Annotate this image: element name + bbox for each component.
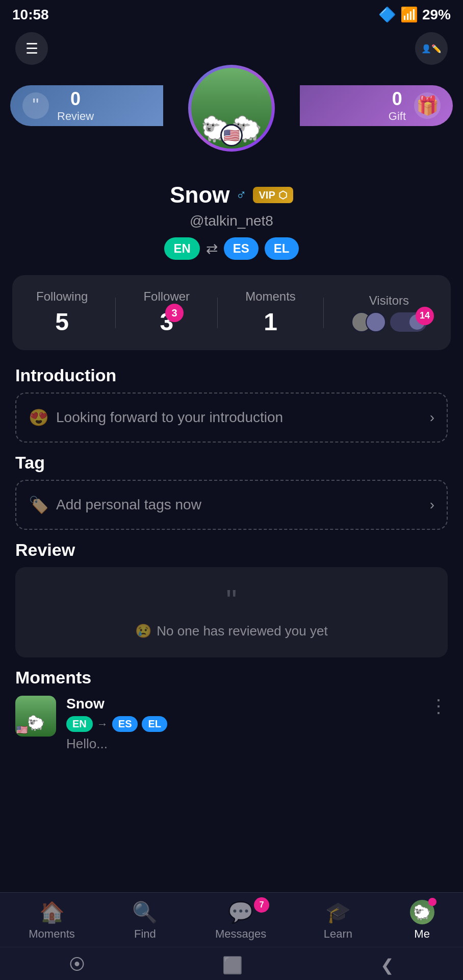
moment-badges: EN → ES EL [66, 716, 419, 732]
follower-badge: 3 [165, 304, 184, 322]
moment-lang-el: EL [142, 716, 167, 732]
hamburger-button[interactable]: ☰ [15, 32, 48, 65]
profile-edit-button[interactable]: 👤✏️ [415, 32, 448, 65]
battery-icon: 29% [422, 7, 451, 23]
tag-title: Tag [15, 453, 448, 473]
moments-nav-icon: 🏠 [39, 900, 65, 924]
avatar-flag: 🇺🇸 [220, 124, 243, 146]
introduction-section: Introduction 😍 Looking forward to your i… [0, 360, 463, 448]
messages-nav-icon: 💬 [228, 900, 253, 924]
me-nav-label: Me [414, 927, 430, 941]
gift-label: Gift [389, 110, 406, 123]
android-home-icon[interactable]: ⬜ [222, 955, 243, 975]
stats-row: Following 5 Follower 3 3 Moments 1 Visit… [12, 275, 451, 350]
nav-moments[interactable]: 🏠 Moments [29, 900, 74, 941]
following-stat[interactable]: Following 5 [36, 289, 88, 336]
tag-input[interactable]: 🏷️ Add personal tags now › [15, 480, 448, 530]
review-quote-icon: " [226, 585, 237, 616]
introduction-chevron: › [430, 409, 434, 426]
visitors-label: Visitors [369, 293, 409, 308]
moments-title: Moments [15, 668, 448, 688]
hamburger-icon: ☰ [25, 40, 38, 57]
vip-icon: ⬡ [278, 189, 287, 201]
moments-count: 1 [264, 308, 277, 336]
banner-right: 0 Gift 🎁 [300, 85, 453, 126]
lang-en-badge: EN [164, 237, 199, 260]
me-nav-avatar: 🐑 [410, 900, 434, 924]
moment-lang-en: EN [66, 716, 93, 732]
review-count: 0 [70, 88, 81, 110]
visitors-stat[interactable]: Visitors 14 [351, 293, 427, 332]
status-bar: 10:58 🔷 📶 29% [0, 0, 463, 27]
profile-name-row: Snow ♂ VIP ⬡ [10, 182, 453, 208]
tag-section: Tag 🏷️ Add personal tags now › [0, 448, 463, 535]
me-nav-avatar-image: 🐑 [413, 904, 431, 921]
moment-more-button[interactable]: ⋮ [429, 696, 448, 717]
learn-nav-icon: 🎓 [325, 900, 351, 924]
moment-info: Snow EN → ES EL Hello... [66, 696, 419, 752]
introduction-placeholder: Looking forward to your introduction [56, 409, 283, 426]
following-count: 5 [55, 308, 69, 336]
signal-icon: 📶 [400, 6, 418, 23]
moments-section: Moments 🐑 🇺🇸 Snow EN → ES EL Hello... ⋮ [0, 663, 463, 767]
quote-icon: " [22, 92, 49, 119]
vip-badge: VIP ⬡ [253, 187, 293, 203]
moments-stat[interactable]: Moments 1 [245, 289, 296, 336]
visitor-avatar-2 [366, 312, 386, 332]
username: @talkin_net8 [10, 213, 453, 229]
moment-avatar: 🐑 🇺🇸 [15, 696, 56, 737]
profile-edit-icon: 👤✏️ [421, 44, 442, 54]
gender-icon: ♂ [236, 187, 247, 203]
nav-me[interactable]: 🐑 Me [410, 900, 434, 941]
review-section: Review " 😢 No one has reviewed you yet [0, 535, 463, 663]
profile-header: " 0 Review 🐑🐑 🇺🇸 0 Gift 🎁 [0, 75, 463, 136]
introduction-input[interactable]: 😍 Looking forward to your introduction › [15, 393, 448, 443]
moment-lang-arrow: → [97, 718, 108, 731]
tag-chevron: › [430, 497, 434, 513]
review-empty-text: 😢 No one has reviewed you yet [135, 623, 327, 639]
stats-divider-1 [115, 298, 116, 328]
nav-messages[interactable]: 💬 7 Messages [215, 900, 266, 941]
profile-name: Snow [170, 182, 229, 208]
moment-flag: 🇺🇸 [16, 724, 28, 736]
bottom-nav: 🏠 Moments 🔍 Find 💬 7 Messages 🎓 Learn 🐑 … [0, 892, 463, 980]
gift-stat: 0 Gift [389, 88, 406, 123]
content-wrap: Introduction 😍 Looking forward to your i… [0, 360, 463, 869]
me-nav-badge [428, 898, 436, 906]
review-box: " 😢 No one has reviewed you yet [15, 567, 448, 657]
moment-name: Snow [66, 696, 105, 712]
toggle-avatars [351, 312, 386, 332]
moment-item: 🐑 🇺🇸 Snow EN → ES EL Hello... ⋮ [15, 696, 448, 752]
review-stat: 0 Review [57, 88, 94, 123]
tag-emoji: 🏷️ [29, 495, 49, 514]
gift-count: 0 [392, 88, 402, 110]
status-time: 10:58 [12, 7, 49, 23]
tag-placeholder: Add personal tags now [56, 497, 201, 513]
android-back-icon[interactable]: ❮ [380, 955, 394, 975]
nav-items: 🏠 Moments 🔍 Find 💬 7 Messages 🎓 Learn 🐑 … [0, 900, 463, 941]
bluetooth-icon: 🔷 [378, 6, 396, 23]
nav-learn[interactable]: 🎓 Learn [324, 900, 352, 941]
follower-stat[interactable]: Follower 3 3 [143, 289, 190, 336]
nav-find[interactable]: 🔍 Find [132, 900, 158, 941]
banner-left: " 0 Review [10, 85, 163, 126]
review-emoji: 😢 [135, 623, 151, 639]
stats-divider-3 [323, 298, 324, 328]
android-recent-icon[interactable]: ⦿ [69, 955, 85, 975]
review-label: Review [57, 110, 94, 123]
introduction-title: Introduction [15, 365, 448, 385]
top-nav: ☰ 👤✏️ [0, 27, 463, 70]
follower-label: Follower [143, 289, 190, 304]
follower-value-wrapper: 3 3 [160, 308, 173, 336]
review-title: Review [15, 540, 448, 560]
find-nav-icon: 🔍 [132, 900, 158, 924]
android-nav: ⦿ ⬜ ❮ [0, 947, 463, 975]
gift-icon: 🎁 [414, 92, 441, 119]
moment-lang-es: ES [112, 716, 138, 732]
vip-text: VIP [259, 189, 275, 201]
profile-info: Snow ♂ VIP ⬡ @talkin_net8 EN ⇄ ES EL [0, 167, 463, 265]
moments-label: Moments [245, 289, 296, 304]
status-icons: 🔷 📶 29% [378, 6, 451, 23]
lang-el-badge: EL [265, 237, 299, 260]
avatar-container: 🐑🐑 🇺🇸 [188, 65, 275, 152]
